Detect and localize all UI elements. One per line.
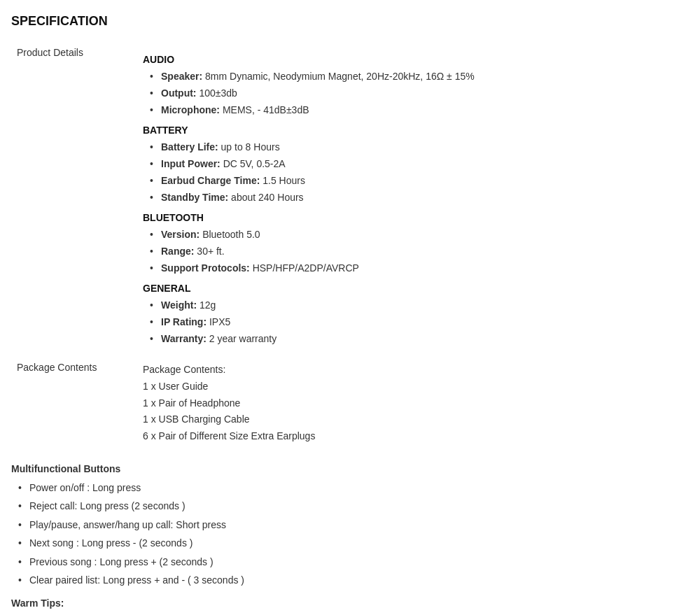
bullet-item: Support Protocols: HSP/HFP/A2DP/AVRCP [150, 261, 683, 276]
bullet-item: Standby Time: about 240 Hours [150, 190, 683, 205]
section-title-3: GENERAL [143, 283, 683, 294]
bullet-list-3: Weight: 12gIP Rating: IPX5Warranty: 2 ye… [143, 298, 683, 346]
spec-content-package: Package Contents:1 x User Guide1 x Pair … [137, 358, 689, 449]
bullet-item: Microphone: MEMS, - 41dB±3dB [150, 103, 683, 118]
section-title-0: AUDIO [143, 54, 683, 65]
bullet-item: Battery Life: up to 8 Hours [150, 140, 683, 155]
bullet-item: Weight: 12g [150, 298, 683, 313]
bullet-item: Version: Bluetooth 5.0 [150, 227, 683, 242]
bullet-item: IP Rating: IPX5 [150, 315, 683, 330]
package-line: 6 x Pair of Different Size Extra Earplug… [143, 428, 683, 445]
spec-table: Product DetailsAUDIOSpeaker: 8mm Dynamic… [11, 43, 689, 449]
bullet-item: Input Power: DC 5V, 0.5-2A [150, 157, 683, 171]
section-title-1: BATTERY [143, 125, 683, 136]
page-title: SPECIFICATION [11, 14, 689, 29]
bullet-item: Warranty: 2 year warranty [150, 332, 683, 346]
multifunc-item: Play/pause, answer/hang up call: Short p… [18, 517, 689, 532]
multifunc-title: Multifunctional Buttons [11, 463, 689, 474]
bullet-item: Earbud Charge Time: 1.5 Hours [150, 174, 683, 188]
warm-tips-title: Warm Tips: [11, 598, 689, 609]
spec-label-0: Product Details [11, 43, 137, 358]
bullet-item: Speaker: 8mm Dynamic, Neodymium Magnet, … [150, 69, 683, 84]
multifunc-list: Power on/off : Long pressReject call: Lo… [11, 480, 689, 588]
spec-content-0: AUDIOSpeaker: 8mm Dynamic, Neodymium Mag… [137, 43, 689, 358]
package-line: 1 x Pair of Headphone [143, 395, 683, 412]
warm-tips-text: The bluetooth connection will be interfe… [11, 612, 689, 615]
multifunc-item: Reject call: Long press (2 seconds ) [18, 498, 689, 514]
package-line: 1 x USB Charging Cable [143, 411, 683, 428]
bullet-list-1: Battery Life: up to 8 HoursInput Power: … [143, 140, 683, 205]
bullet-item: Output: 100±3db [150, 86, 683, 101]
multifunc-item: Next song : Long press - (2 seconds ) [18, 535, 689, 551]
multifunc-item: Power on/off : Long press [18, 480, 689, 495]
warm-tips-section: Warm Tips: The bluetooth connection will… [11, 598, 689, 615]
bullet-item: Range: 30+ ft. [150, 244, 683, 259]
bullet-list-2: Version: Bluetooth 5.0Range: 30+ ft.Supp… [143, 227, 683, 276]
bullet-list-0: Speaker: 8mm Dynamic, Neodymium Magnet, … [143, 69, 683, 118]
section-title-2: BLUETOOTH [143, 212, 683, 223]
package-line: 1 x User Guide [143, 379, 683, 395]
package-text: Package Contents:1 x User Guide1 x Pair … [143, 362, 683, 445]
multifunc-section: Multifunctional Buttons Power on/off : L… [11, 463, 689, 588]
multifunc-item: Clear paired list: Long press + and - ( … [18, 572, 689, 588]
spec-label-package: Package Contents [11, 358, 137, 449]
multifunc-item: Previous song : Long press + (2 seconds … [18, 554, 689, 570]
